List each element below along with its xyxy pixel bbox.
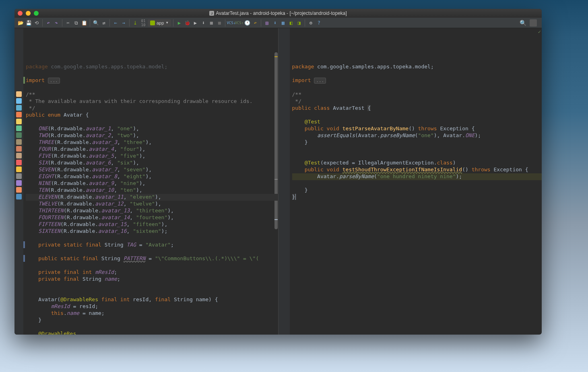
window-title: J AvatarTest.java - android-topeka - [~/… bbox=[14, 10, 542, 16]
sync-icon[interactable]: ⟲ bbox=[33, 19, 40, 27]
vcs-revert-icon[interactable]: ↶ bbox=[252, 19, 259, 27]
back-icon[interactable]: ← bbox=[112, 19, 119, 27]
android-icon bbox=[150, 21, 155, 25]
sdk-icon[interactable]: ⬇ bbox=[271, 19, 279, 27]
search-icon[interactable]: 🔍 bbox=[520, 20, 526, 26]
status-ok-icon: ✓ bbox=[538, 29, 541, 35]
vcs-commit-icon[interactable]: VCS↑ bbox=[235, 19, 243, 27]
ide-window: J AvatarTest.java - android-topeka - [~/… bbox=[14, 9, 542, 335]
settings-icon[interactable]: ⚙ bbox=[307, 19, 314, 27]
forward-icon[interactable]: → bbox=[120, 19, 127, 27]
replace-icon[interactable]: ⇄ bbox=[100, 19, 107, 27]
attach-icon[interactable]: ⬇ bbox=[200, 19, 207, 27]
debug-icon[interactable]: 🐞 bbox=[184, 19, 191, 27]
gutter-right[interactable] bbox=[279, 28, 290, 335]
redo-icon[interactable]: ↷ bbox=[53, 19, 60, 27]
zoom-icon[interactable] bbox=[34, 11, 39, 16]
vcs-history-icon[interactable]: 🕐 bbox=[243, 19, 251, 27]
vcs-update-icon[interactable]: VCS↓ bbox=[227, 19, 235, 27]
layout-icon[interactable]: ▦ bbox=[279, 19, 287, 27]
user-icon[interactable] bbox=[530, 19, 537, 27]
code-right[interactable]: package com.google.samples.apps.topeka.m… bbox=[290, 28, 542, 335]
ddms-icon[interactable]: ◨ bbox=[295, 19, 303, 27]
find-icon[interactable]: 🔍 bbox=[92, 19, 99, 27]
code-left[interactable]: package com.google.samples.apps.topeka.m… bbox=[23, 28, 278, 335]
open-icon[interactable]: 📂 bbox=[17, 19, 24, 27]
java-file-icon: J bbox=[209, 11, 214, 16]
monitor-icon[interactable]: ◧ bbox=[287, 19, 295, 27]
binary-icon[interactable]: 0110 bbox=[140, 19, 147, 27]
build-icon[interactable]: ⤓ bbox=[132, 19, 139, 27]
toolbar: 📂 💾 ⟲ ↶ ↷ ✂ ⧉ 📋 🔍 ⇄ ← → ⤓ 0110 app ▼ ▶ 🐞… bbox=[14, 18, 542, 28]
stop2-icon[interactable]: ■ bbox=[216, 19, 223, 27]
help-icon[interactable]: ? bbox=[315, 19, 322, 27]
stop-icon[interactable]: ■ bbox=[208, 19, 215, 27]
close-icon[interactable] bbox=[18, 11, 23, 16]
titlebar[interactable]: J AvatarTest.java - android-topeka - [~/… bbox=[14, 9, 542, 18]
save-icon[interactable]: 💾 bbox=[25, 19, 32, 27]
gutter-left[interactable] bbox=[14, 28, 23, 335]
run-config-selector[interactable]: app ▼ bbox=[148, 19, 171, 27]
editor-right[interactable]: package com.google.samples.apps.topeka.m… bbox=[279, 28, 542, 335]
undo-icon[interactable]: ↶ bbox=[45, 19, 52, 27]
run-icon[interactable]: ▶ bbox=[175, 19, 183, 27]
editor-left[interactable]: package com.google.samples.apps.topeka.m… bbox=[14, 28, 279, 335]
paste-icon[interactable]: 📋 bbox=[80, 19, 88, 27]
editor-split: package com.google.samples.apps.topeka.m… bbox=[14, 28, 542, 335]
minimize-icon[interactable] bbox=[26, 11, 31, 16]
coverage-icon[interactable]: ▶ bbox=[192, 19, 199, 27]
cut-icon[interactable]: ✂ bbox=[64, 19, 72, 27]
avd-icon[interactable]: ▤ bbox=[263, 19, 270, 27]
copy-icon[interactable]: ⧉ bbox=[72, 19, 80, 27]
